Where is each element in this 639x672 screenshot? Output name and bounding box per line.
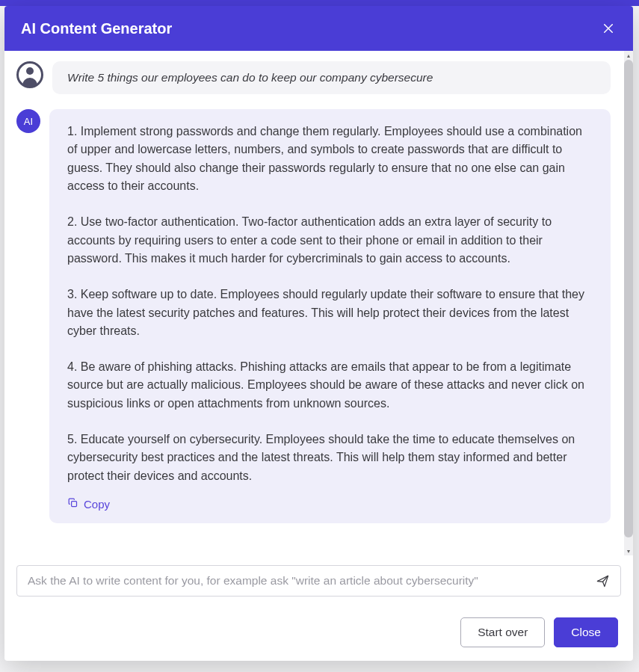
scrollbar-thumb[interactable] — [624, 60, 633, 537]
ai-message-row: AI 1. Implement strong passwords and cha… — [16, 109, 621, 523]
user-message-row: Write 5 things our employees can do to k… — [16, 61, 621, 94]
ai-response-paragraph: 1. Implement strong passwords and change… — [67, 123, 593, 195]
input-area — [4, 555, 633, 607]
ai-response-paragraph: 2. Use two-factor authentication. Two-fa… — [67, 213, 593, 268]
backdrop-header-strip — [0, 0, 639, 6]
ai-response-paragraph: 3. Keep software up to date. Employees s… — [67, 286, 593, 340]
close-icon[interactable] — [600, 20, 617, 37]
ai-response-paragraph: 5. Educate yourself on cybersecurity. Em… — [67, 431, 593, 485]
copy-icon — [67, 497, 78, 511]
user-avatar-icon — [16, 61, 43, 88]
svg-rect-2 — [72, 502, 77, 507]
ai-message-bubble: 1. Implement strong passwords and change… — [49, 109, 611, 523]
ai-response-paragraph: 4. Be aware of phishing attacks. Phishin… — [67, 358, 593, 413]
scroll-down-icon[interactable]: ▾ — [624, 546, 633, 555]
close-button[interactable]: Close — [554, 617, 618, 647]
start-over-button[interactable]: Start over — [460, 617, 545, 647]
user-message-bubble: Write 5 things our employees can do to k… — [52, 61, 611, 94]
modal-footer: Start over Close — [4, 607, 633, 661]
copy-label: Copy — [84, 498, 110, 511]
scroll-up-icon[interactable]: ▴ — [624, 51, 633, 60]
prompt-input[interactable] — [28, 574, 587, 588]
send-icon[interactable] — [595, 573, 610, 588]
modal-title: AI Content Generator — [21, 20, 172, 37]
ai-response-text: 1. Implement strong passwords and change… — [67, 123, 593, 485]
copy-button[interactable]: Copy — [67, 497, 110, 511]
scrollbar[interactable]: ▴ ▾ — [624, 51, 633, 555]
ai-avatar-icon: AI — [16, 109, 40, 133]
prompt-input-wrapper[interactable] — [16, 565, 621, 597]
user-prompt-text: Write 5 things our employees can do to k… — [67, 71, 433, 84]
modal-header: AI Content Generator — [4, 6, 633, 51]
modal-dialog: AI Content Generator Write 5 things our … — [4, 6, 633, 661]
modal-body: Write 5 things our employees can do to k… — [4, 51, 633, 555]
